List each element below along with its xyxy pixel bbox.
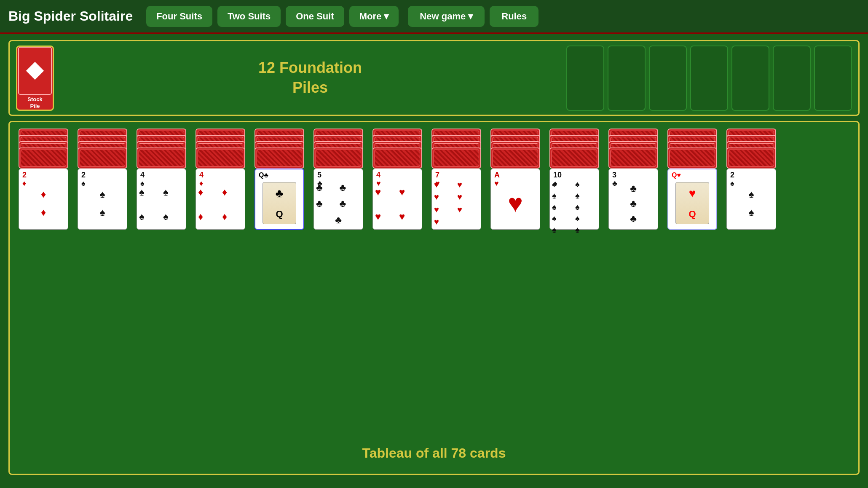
card-face[interactable]: 4♥♥♥♥♥ bbox=[372, 169, 422, 230]
card-face[interactable]: 2♠♠♠ bbox=[726, 169, 776, 230]
card-back bbox=[726, 147, 776, 169]
foundation-slot-6[interactable] bbox=[773, 46, 811, 111]
card-back bbox=[667, 147, 717, 169]
tableau-col-10: 3♣♣♣♣ bbox=[606, 129, 661, 230]
stock-pile-pattern bbox=[18, 47, 52, 95]
foundation-slot-7[interactable] bbox=[814, 46, 852, 111]
tableau-col-7: 7♥♥♥♥♥♥♥♥ bbox=[429, 129, 484, 230]
card-back bbox=[78, 147, 127, 169]
foundation-slots bbox=[566, 46, 852, 111]
card-back bbox=[431, 147, 481, 169]
card-back bbox=[372, 147, 422, 169]
stock-diamond-icon bbox=[26, 62, 44, 80]
foundation-slot-5[interactable] bbox=[731, 46, 769, 111]
card-face[interactable]: 7♥♥♥♥♥♥♥♥ bbox=[431, 169, 481, 230]
app-title: Big Spider Solitaire bbox=[8, 8, 133, 24]
card-face[interactable]: A♥♥ bbox=[490, 169, 540, 230]
tableau-label: Tableau of all 78 cards bbox=[362, 445, 506, 461]
card-back bbox=[490, 147, 540, 169]
tableau-col-11: Q♥♥Q bbox=[665, 129, 720, 230]
tableau-col-3: 4♦♦♦♦♦ bbox=[193, 129, 248, 230]
card-face[interactable]: 10♠♠♠♠♠♠♠♠♠♠♠ bbox=[549, 169, 599, 230]
tableau-col-9: 10♠♠♠♠♠♠♠♠♠♠♠ bbox=[547, 129, 602, 230]
card-face[interactable]: 4♠♠♠♠♠ bbox=[137, 169, 186, 230]
card-face[interactable]: 2♦♦♦ bbox=[19, 169, 68, 230]
more-button[interactable]: More ▾ bbox=[349, 6, 399, 27]
tableau-col-0: 2♦♦♦ bbox=[16, 129, 71, 230]
card-face-queen[interactable]: Q♣♣Q bbox=[255, 169, 304, 230]
card-face[interactable]: 2♠♠♠ bbox=[78, 169, 127, 230]
stock-pile-label: StockPile bbox=[27, 96, 42, 109]
four-suits-button[interactable]: Four Suits bbox=[146, 6, 212, 27]
foundation-slot-4[interactable] bbox=[690, 46, 728, 111]
card-back bbox=[549, 147, 599, 169]
tableau-columns: 2♦♦♦2♠♠♠4♠♠♠♠♠4♦♦♦♦♦Q♣♣Q5♣♣♣♣♣♣4♥♥♥♥♥7♥♥… bbox=[16, 129, 852, 230]
tableau-area: 2♦♦♦2♠♠♠4♠♠♠♠♠4♦♦♦♦♦Q♣♣Q5♣♣♣♣♣♣4♥♥♥♥♥7♥♥… bbox=[8, 121, 860, 475]
foundation-slot-3[interactable] bbox=[649, 46, 687, 111]
card-face[interactable]: 4♦♦♦♦♦ bbox=[196, 169, 245, 230]
stock-pile[interactable]: StockPile bbox=[16, 46, 54, 111]
tableau-col-5: 5♣♣♣♣♣♣ bbox=[311, 129, 366, 230]
card-back bbox=[313, 147, 363, 169]
card-back bbox=[255, 147, 304, 169]
two-suits-button[interactable]: Two Suits bbox=[217, 6, 281, 27]
card-back bbox=[19, 147, 68, 169]
rules-button[interactable]: Rules bbox=[490, 6, 538, 27]
foundation-area: StockPile 12 FoundationPiles bbox=[8, 40, 860, 116]
card-face-queen[interactable]: Q♥♥Q bbox=[667, 169, 717, 230]
card-back bbox=[196, 147, 245, 169]
tableau-col-4: Q♣♣Q bbox=[252, 129, 307, 230]
tableau-col-12: 2♠♠♠ bbox=[724, 129, 779, 230]
foundation-slot-2[interactable] bbox=[608, 46, 646, 111]
tableau-col-8: A♥♥ bbox=[488, 129, 543, 230]
foundation-slot-1[interactable] bbox=[566, 46, 604, 111]
tableau-col-1: 2♠♠♠ bbox=[75, 129, 130, 230]
tableau-col-6: 4♥♥♥♥♥ bbox=[370, 129, 425, 230]
new-game-button[interactable]: New game ▾ bbox=[408, 6, 485, 27]
card-face[interactable]: 5♣♣♣♣♣♣ bbox=[313, 169, 363, 230]
one-suit-button[interactable]: One Suit bbox=[286, 6, 344, 27]
game-area: StockPile 12 FoundationPiles 2♦♦♦2♠♠♠4♠♠… bbox=[0, 34, 868, 481]
foundation-text: 12 FoundationPiles bbox=[57, 58, 563, 98]
topbar: Big Spider Solitaire Four Suits Two Suit… bbox=[0, 0, 868, 34]
tableau-col-2: 4♠♠♠♠♠ bbox=[134, 129, 189, 230]
card-face[interactable]: 3♣♣♣♣ bbox=[608, 169, 658, 230]
card-back bbox=[608, 147, 658, 169]
card-back bbox=[137, 147, 186, 169]
